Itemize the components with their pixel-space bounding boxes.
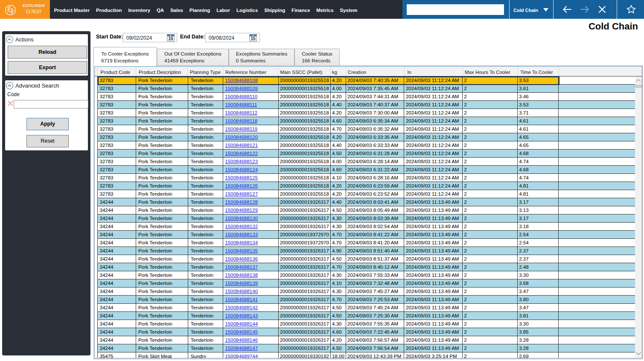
svg-text:15: 15 bbox=[251, 36, 256, 41]
svg-text:15: 15 bbox=[168, 36, 173, 41]
